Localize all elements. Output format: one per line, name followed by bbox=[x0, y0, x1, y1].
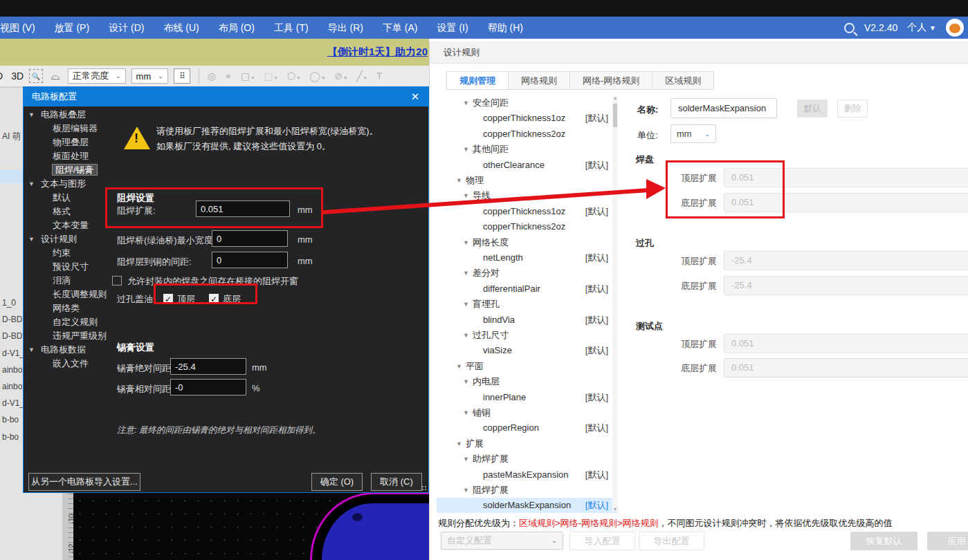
file-item[interactable]: D-BD bbox=[2, 331, 22, 341]
rules-tree-item[interactable]: ▼网络长度 bbox=[437, 235, 618, 250]
rules-tree-item[interactable]: copperThickness1oz[默认] bbox=[437, 111, 618, 126]
dialog-tree-item[interactable]: 违规严重级别 bbox=[24, 329, 112, 343]
delete-button[interactable]: 删除 bbox=[837, 100, 868, 118]
chevron-down-icon[interactable]: ▼ bbox=[463, 235, 469, 250]
dialog-tree-item[interactable]: 板层编辑器 bbox=[24, 122, 112, 136]
dialog-tree-item[interactable]: 嵌入文件 bbox=[24, 357, 112, 371]
resize-grip[interactable] bbox=[421, 485, 427, 491]
rules-tree-item[interactable]: differentialPair[默认] bbox=[437, 281, 618, 297]
rules-tree-item[interactable]: ▼盲埋孔 bbox=[437, 297, 618, 312]
rules-tree-item[interactable]: ▼其他间距 bbox=[437, 142, 618, 157]
file-item[interactable]: ainbo bbox=[2, 382, 22, 391]
rules-tree-item[interactable]: ▼平面 bbox=[437, 359, 618, 374]
rules-tree-item[interactable]: solderMaskExpansion[默认] bbox=[437, 498, 618, 513]
menu-item[interactable]: 导出 (R) bbox=[318, 17, 373, 39]
search-icon[interactable] bbox=[844, 23, 855, 33]
restore-default-button[interactable]: 恢复默认 bbox=[850, 532, 917, 550]
rules-tree-item[interactable]: ▼内电层 bbox=[437, 374, 618, 389]
paste-rel-input[interactable] bbox=[170, 379, 246, 395]
expansion-value-input[interactable]: 0.051 bbox=[724, 358, 968, 377]
menu-item[interactable]: 布局 (O) bbox=[209, 17, 264, 39]
tab-region-rules[interactable]: 区域规则 bbox=[652, 71, 714, 90]
rules-tree-item[interactable]: ▼物理 bbox=[437, 173, 618, 188]
cancel-button[interactable]: 取消 (C) bbox=[371, 473, 422, 491]
preset-config-select[interactable]: 自定义配置⌄ bbox=[441, 532, 563, 550]
bridge-input[interactable] bbox=[212, 230, 288, 247]
chevron-down-icon[interactable]: ▼ bbox=[463, 328, 469, 343]
chevron-down-icon[interactable]: ▼ bbox=[463, 265, 469, 281]
file-item[interactable]: d-V1_ bbox=[2, 348, 24, 358]
dialog-tree-item[interactable]: 格式 bbox=[24, 205, 112, 218]
rules-tree-item[interactable]: pasteMaskExpansion[默认] bbox=[437, 467, 618, 483]
rules-tree-item[interactable]: otherClearance[默认] bbox=[437, 158, 618, 173]
rule-unit-select[interactable]: mm⌄ bbox=[670, 124, 716, 143]
ok-button[interactable]: 确定 (O) bbox=[311, 473, 363, 491]
expansion-value-input[interactable]: -25.4 bbox=[724, 251, 968, 270]
rules-tree-item[interactable]: innerPlane[默认] bbox=[437, 390, 618, 405]
file-item[interactable]: b-bo bbox=[2, 432, 19, 442]
file-item[interactable]: ainbo bbox=[2, 365, 22, 375]
chevron-down-icon[interactable]: ▼ bbox=[463, 405, 469, 420]
menu-item[interactable]: 帮助 (H) bbox=[478, 17, 533, 39]
layer-tool-icon[interactable]: ⌓ bbox=[48, 69, 62, 83]
tab-net-rules[interactable]: 网络规则 bbox=[508, 71, 570, 90]
scroll-up-icon[interactable]: ▲ bbox=[612, 95, 618, 100]
import-from-board-button[interactable]: 从另一个电路板导入设置... bbox=[28, 473, 140, 491]
dialog-tree-item[interactable]: ▼文本与图形 bbox=[24, 177, 112, 191]
expansion-value-input[interactable]: 0.051 bbox=[724, 193, 968, 212]
brightness-select[interactable]: 正常亮度⌄ bbox=[68, 68, 126, 84]
rules-tree-item[interactable]: blindVia[默认] bbox=[437, 312, 618, 328]
close-icon[interactable]: ✕ bbox=[408, 89, 423, 104]
dialog-tree-item[interactable]: ▼设计规则 bbox=[24, 232, 112, 246]
view-2d-button[interactable]: D bbox=[0, 71, 3, 82]
scroll-down-icon[interactable]: ▼ bbox=[612, 507, 618, 512]
dialog-tree-item[interactable]: 板面处理 bbox=[24, 149, 112, 163]
chevron-down-icon[interactable]: ▼ bbox=[456, 359, 462, 374]
chevron-down-icon[interactable]: ▼ bbox=[463, 142, 469, 157]
rules-tree-item[interactable]: ▼差分对 bbox=[437, 265, 618, 281]
dialog-tree-item[interactable]: 物理叠层 bbox=[24, 136, 112, 149]
tab-rule-management[interactable]: 规则管理 bbox=[446, 71, 509, 90]
file-item[interactable]: 1_0 bbox=[2, 298, 16, 308]
chevron-down-icon[interactable]: ▼ bbox=[463, 483, 469, 498]
chevron-down-icon[interactable]: ▼ bbox=[463, 188, 469, 203]
rules-tree-item[interactable]: copperRegion[默认] bbox=[437, 420, 618, 436]
dialog-tree-item[interactable]: 约束 bbox=[24, 246, 112, 260]
clearance-input[interactable] bbox=[212, 252, 288, 268]
chevron-down-icon[interactable]: ▼ bbox=[463, 451, 469, 467]
menu-item[interactable]: 布线 (U) bbox=[154, 17, 208, 39]
chevron-down-icon[interactable]: ▼ bbox=[28, 108, 35, 122]
dialog-tree-item[interactable]: 长度调整规则 bbox=[24, 288, 112, 301]
tree-scrollbar[interactable]: ▲ ▼ bbox=[612, 95, 618, 512]
dialog-tree-item[interactable]: ▼电路板叠层 bbox=[24, 108, 112, 122]
scrollbar-thumb[interactable] bbox=[613, 104, 617, 127]
dialog-tree-item[interactable]: 网络类 bbox=[24, 301, 112, 315]
chevron-down-icon[interactable]: ▼ bbox=[456, 436, 462, 451]
promo-link[interactable]: 【倒计时1天】助力20 bbox=[327, 46, 428, 59]
file-item[interactable]: b-bo bbox=[2, 415, 19, 424]
chevron-down-icon[interactable]: ▼ bbox=[28, 177, 35, 191]
allow-bridge-checkbox[interactable] bbox=[112, 276, 122, 286]
dialog-tree-item[interactable]: 文本变量 bbox=[24, 218, 112, 232]
avatar[interactable] bbox=[946, 19, 964, 37]
dialog-tree-item[interactable]: 默认 bbox=[24, 191, 112, 205]
expansion-value-input[interactable]: -25.4 bbox=[724, 276, 968, 295]
dialog-tree-item[interactable]: 预设尺寸 bbox=[24, 260, 112, 274]
menu-item[interactable]: 设置 (I) bbox=[428, 17, 478, 39]
expansion-value-input[interactable]: 0.051 bbox=[724, 334, 968, 353]
view-3d-button[interactable]: 3D bbox=[11, 71, 24, 82]
expansion-value-input[interactable]: 0.051 bbox=[724, 168, 968, 187]
tab-net-net-rules[interactable]: 网络-网络规则 bbox=[569, 71, 652, 90]
rules-tree-item[interactable]: ▼阻焊扩展 bbox=[437, 483, 618, 498]
rules-tree-item[interactable]: copperThickness1oz[默认] bbox=[437, 204, 618, 219]
file-item[interactable]: AI 萌 bbox=[2, 131, 21, 142]
rules-tree-item[interactable]: ▼助焊扩展 bbox=[437, 451, 618, 467]
solder-expand-input[interactable] bbox=[196, 200, 290, 217]
export-config-button[interactable]: 导出配置 bbox=[639, 532, 704, 550]
default-button[interactable]: 默认 bbox=[797, 100, 828, 118]
dialog-tree-item[interactable]: 泪滴 bbox=[24, 274, 112, 288]
rules-tree-item[interactable]: ▼铺铜 bbox=[437, 405, 618, 420]
rules-tree-item[interactable]: copperThickness2oz bbox=[437, 219, 618, 234]
import-config-button[interactable]: 导入配置 bbox=[569, 532, 635, 550]
menu-item[interactable]: 放置 (P) bbox=[45, 17, 100, 39]
